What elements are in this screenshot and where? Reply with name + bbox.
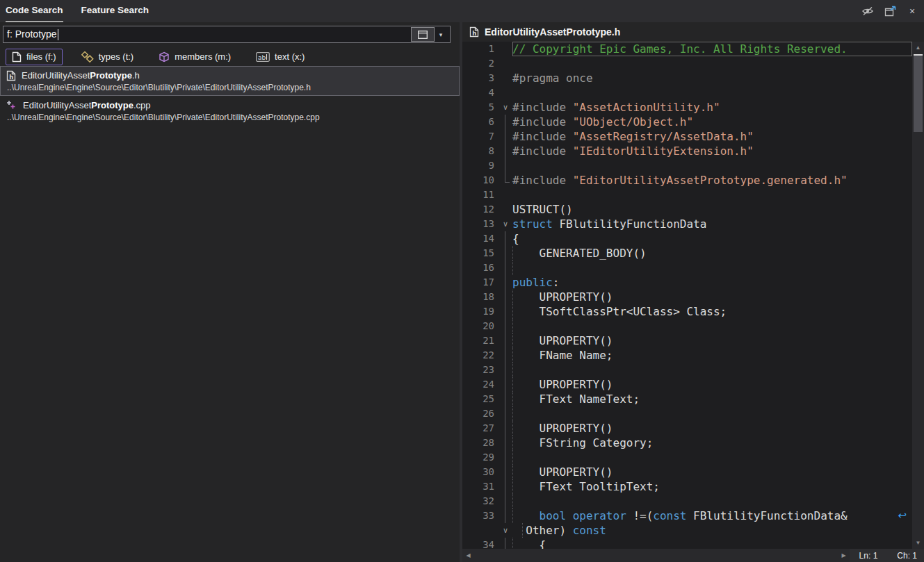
header-file-icon: h <box>469 26 479 38</box>
code-line[interactable]: 4 <box>462 85 912 100</box>
code-line[interactable]: 34 { <box>462 538 912 549</box>
fold-scope-line <box>499 275 512 290</box>
fold-chevron-icon[interactable]: ∨ <box>499 217 512 231</box>
vertical-scrollbar-thumb[interactable] <box>914 54 923 132</box>
code-line[interactable]: 18 UPROPERTY() <box>462 290 912 304</box>
code-line[interactable]: 2 <box>462 56 912 71</box>
code-line[interactable]: 7#include "AssetRegistry/AssetData.h" <box>462 129 912 144</box>
fold-scope-line-end <box>499 173 512 188</box>
code-line[interactable]: 21 UPROPERTY() <box>462 333 912 348</box>
search-view-button[interactable] <box>411 27 435 42</box>
code-line[interactable]: 13∨struct FBlutilityFunctionData <box>462 217 912 231</box>
line-number: 13 <box>462 217 499 231</box>
scroll-down-icon[interactable]: ▼ <box>912 537 924 549</box>
scroll-up-icon[interactable]: ▲ <box>912 42 924 53</box>
svg-text:h: h <box>9 73 13 80</box>
code-line[interactable]: 10#include "EditorUtilityAssetPrototype.… <box>462 173 912 188</box>
preview-header: h EditorUtilityAssetPrototype.h <box>462 22 924 42</box>
fold-scope-line <box>499 348 512 363</box>
code-line[interactable]: 30 UPROPERTY() <box>462 465 912 479</box>
code-line[interactable]: 6#include "UObject/Object.h" <box>462 115 912 129</box>
code-line[interactable]: 23 <box>462 363 912 377</box>
line-number: 11 <box>462 188 499 202</box>
code-line[interactable]: 27 UPROPERTY() <box>462 421 912 436</box>
code-text: { <box>512 538 912 549</box>
filter-members[interactable]: members (m:) <box>152 49 237 65</box>
line-number: 32 <box>462 494 499 509</box>
code-line[interactable]: 33 bool operator !=(const FBlutilityFunc… <box>462 509 912 523</box>
code-text: FString Category; <box>512 436 912 450</box>
column-indicator: Ch: 1 <box>897 551 917 561</box>
file-icon <box>12 51 22 63</box>
filter-files[interactable]: files (f:) <box>6 49 63 65</box>
line-number: 21 <box>462 333 499 348</box>
indent-guide <box>512 304 513 319</box>
code-line[interactable]: 12USTRUCT() <box>462 202 912 217</box>
line-number: 25 <box>462 392 499 406</box>
open-in-new-window-icon[interactable] <box>884 5 896 17</box>
cpp-file-icon <box>6 100 17 111</box>
fold-chevron-icon[interactable]: ∨ <box>499 523 512 538</box>
horizontal-scrollbar[interactable]: ◀ ▶ <box>462 549 850 562</box>
window-controls: × <box>861 0 918 22</box>
line-number: 19 <box>462 304 499 319</box>
tab-feature-search[interactable]: Feature Search <box>81 0 149 22</box>
vertical-scrollbar[interactable]: ▲ ▼ <box>912 42 924 549</box>
fold-chevron-icon[interactable]: ∨ <box>499 100 512 115</box>
fold-scope-line <box>499 538 512 549</box>
scroll-right-icon[interactable]: ▶ <box>838 552 850 559</box>
code-line[interactable]: 14{ <box>462 231 912 246</box>
code-line[interactable]: 20 <box>462 319 912 333</box>
fold-scope-line <box>499 261 512 275</box>
code-line[interactable]: 22 FName Name; <box>462 348 912 363</box>
filter-text[interactable]: abtext (x:) <box>250 49 311 65</box>
code-line[interactable]: 32 <box>462 494 912 509</box>
code-text: public: <box>512 275 912 290</box>
code-line[interactable]: 24 UPROPERTY() <box>462 377 912 392</box>
code-line[interactable]: 5∨#include "AssetActionUtility.h" <box>462 100 912 115</box>
result-item[interactable]: hEditorUtilityAssetPrototype.h..\UnrealE… <box>0 66 460 96</box>
code-text <box>512 494 912 509</box>
gutter <box>499 202 512 217</box>
code-editor[interactable]: 1// Copyright Epic Games, Inc. All Right… <box>462 42 912 549</box>
indent-guide <box>512 261 513 275</box>
result-item[interactable]: EditorUtilityAssetPrototype.cpp..\Unreal… <box>0 96 460 126</box>
code-text: UPROPERTY() <box>512 465 912 479</box>
line-number: 24 <box>462 377 499 392</box>
indent-guide <box>512 290 513 304</box>
filter-types[interactable]: types (t:) <box>75 49 140 65</box>
code-line[interactable]: 31 FText TooltipText; <box>462 479 912 494</box>
line-number: 26 <box>462 406 499 421</box>
tab-code-search[interactable]: Code Search <box>6 0 63 22</box>
code-line[interactable]: 1// Copyright Epic Games, Inc. All Right… <box>462 42 912 56</box>
code-line[interactable]: 29 <box>462 450 912 465</box>
code-text: FText NameText; <box>512 392 912 406</box>
svg-text:ab: ab <box>258 53 266 60</box>
code-line[interactable]: 26 <box>462 406 912 421</box>
code-text <box>512 261 912 275</box>
line-number: 29 <box>462 450 499 465</box>
close-icon[interactable]: × <box>906 5 918 17</box>
code-line[interactable]: 17public: <box>462 275 912 290</box>
horizontal-scrollbar-track[interactable] <box>474 549 838 562</box>
code-line[interactable]: 19 TSoftClassPtr<UClass> Class; <box>462 304 912 319</box>
code-line[interactable]: 8#include "IEditorUtilityExtension.h" <box>462 144 912 158</box>
code-line[interactable]: 11 <box>462 188 912 202</box>
code-line[interactable]: 28 FString Category; <box>462 436 912 450</box>
indent-guide <box>512 509 513 523</box>
code-line[interactable]: 9 <box>462 158 912 173</box>
scroll-left-icon[interactable]: ◀ <box>462 552 474 559</box>
search-input[interactable]: f: Prototype ▾ <box>3 26 451 43</box>
code-text <box>512 363 912 377</box>
code-line[interactable]: 25 FText NameText; <box>462 392 912 406</box>
code-line[interactable]: 16 <box>462 261 912 275</box>
editor-status-bar: ◀ ▶ Ln: 1 Ch: 1 <box>462 549 924 562</box>
line-indicator: Ln: 1 <box>859 551 878 561</box>
chevron-down-icon[interactable]: ▾ <box>436 31 446 38</box>
code-line[interactable]: 3#pragma once <box>462 71 912 85</box>
hide-preview-eye-slash-icon[interactable] <box>861 5 874 17</box>
fold-scope-line <box>499 494 512 509</box>
code-text: FText TooltipText; <box>512 479 912 494</box>
code-line[interactable]: ∨ Other) const <box>462 523 912 538</box>
code-line[interactable]: 15 GENERATED_BODY() <box>462 246 912 261</box>
